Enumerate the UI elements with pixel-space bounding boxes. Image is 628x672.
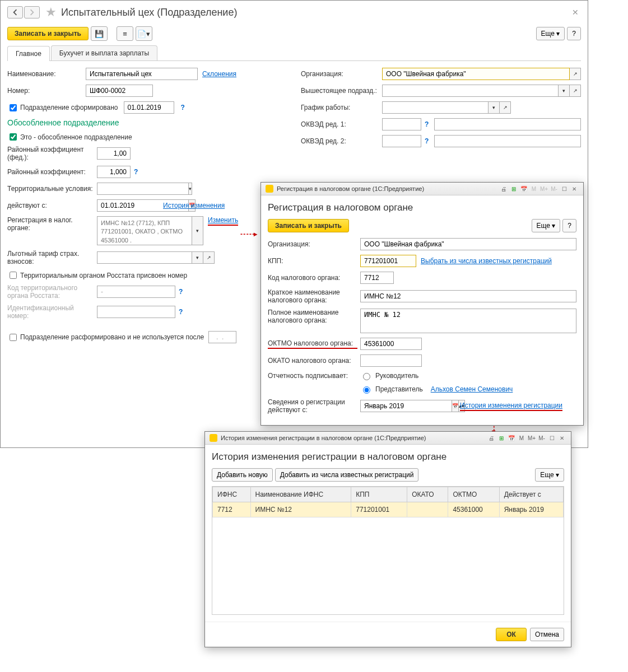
dlg2-mminus-icon[interactable]: M- <box>537 434 546 442</box>
declension-link[interactable]: Склонения <box>202 70 236 78</box>
ident-label: Идентификационный номер: <box>7 304 97 320</box>
sched-input[interactable] <box>382 101 489 114</box>
okved1-name-input[interactable] <box>434 118 581 130</box>
close-icon[interactable]: ✕ <box>570 6 581 19</box>
dlg2-mplus-icon[interactable]: M+ <box>527 434 536 442</box>
change-reg-link[interactable]: Изменить <box>208 216 238 226</box>
formed-date-input[interactable] <box>124 101 174 114</box>
separate-label: Это - обособленное подразделение <box>20 133 132 141</box>
number-input[interactable] <box>86 85 153 97</box>
save-close-button[interactable]: Записать и закрыть <box>7 27 89 40</box>
dlg2-calendar-icon[interactable]: 📅 <box>507 434 516 442</box>
more-button[interactable]: Еще ▾ <box>536 27 565 40</box>
dlg1-org-label: Организация: <box>268 240 360 248</box>
rosstat-code-input[interactable] <box>97 286 175 298</box>
dlg2-titlebar: История изменения регистрации в налогово… <box>205 432 571 445</box>
disband-checkbox[interactable] <box>10 334 17 341</box>
name-input[interactable] <box>86 68 198 80</box>
dlg1-code-input[interactable] <box>360 272 394 284</box>
help-button[interactable]: ? <box>567 27 581 40</box>
dlg1-more-button[interactable]: Еще ▾ <box>532 219 561 232</box>
benefit-input[interactable] <box>97 251 192 264</box>
org-open-icon[interactable]: ↗ <box>570 68 581 80</box>
org-input[interactable] <box>382 68 570 80</box>
tabs: Главное Бухучет и выплата зарплаты <box>7 45 581 61</box>
rosstat-checkbox[interactable] <box>10 272 17 279</box>
parent-input[interactable] <box>382 85 559 97</box>
back-button[interactable] <box>7 6 23 18</box>
dlg1-org-input[interactable] <box>360 238 576 250</box>
dlg1-short-label: Краткое наименование налогового органа: <box>268 288 360 304</box>
dlg2-close-icon[interactable]: ✕ <box>557 434 566 442</box>
dlg1-okato-input[interactable] <box>360 354 422 367</box>
ident-help-icon[interactable]: ? <box>179 308 183 316</box>
dlg2-m-icon[interactable]: M <box>517 434 526 442</box>
dlg2-maximize-icon[interactable]: ☐ <box>547 434 556 442</box>
mminus-icon[interactable]: M- <box>550 185 559 193</box>
dlg1-save-close-button[interactable]: Записать и закрыть <box>268 219 349 232</box>
parent-dropdown-icon[interactable]: ▾ <box>559 85 570 97</box>
separate-checkbox[interactable] <box>10 133 17 141</box>
calc-icon[interactable]: ⊞ <box>509 185 518 193</box>
dlg1-select-known-link[interactable]: Выбрать из числа известных регистраций <box>421 257 552 265</box>
dlg1-maximize-icon[interactable]: ☐ <box>560 185 569 193</box>
rosstat-help-icon[interactable]: ? <box>179 288 183 296</box>
dlg1-head-label: Руководитель <box>375 372 418 380</box>
dlg1-help-button[interactable]: ? <box>562 219 576 232</box>
disband-date-input[interactable] <box>208 331 236 343</box>
calendar-icon[interactable]: 📅 <box>519 185 528 193</box>
okved1-input[interactable] <box>382 118 421 130</box>
dlg1-kpp-input[interactable] <box>360 255 416 267</box>
dlg1-close-icon[interactable]: ✕ <box>570 185 579 193</box>
m-icon[interactable]: M <box>529 185 538 193</box>
okved2-name-input[interactable] <box>434 135 581 147</box>
okved2-input[interactable] <box>382 135 421 147</box>
sched-dropdown-icon[interactable]: ▾ <box>489 101 500 114</box>
formed-help-icon[interactable]: ? <box>181 104 185 111</box>
terr-input[interactable] <box>97 183 189 195</box>
list-icon-button[interactable]: ≡ <box>117 26 133 41</box>
print-icon[interactable]: 🖨 <box>499 185 508 193</box>
okved2-help-icon[interactable]: ? <box>425 137 429 145</box>
formed-checkbox[interactable] <box>10 104 17 111</box>
benefit-dropdown-icon[interactable]: ▾ <box>192 251 203 264</box>
dlg1-oktmo-input[interactable] <box>360 338 422 350</box>
mplus-icon[interactable]: M+ <box>539 185 548 193</box>
dlg1-eff-cal-icon[interactable]: 📅 <box>452 400 459 412</box>
folder-dropdown-button[interactable]: 📄▾ <box>136 26 152 41</box>
dlg2-print-icon[interactable]: 🖨 <box>487 434 496 442</box>
tab-accounting[interactable]: Бухучет и выплата зарплаты <box>51 45 157 60</box>
ident-input[interactable] <box>97 306 175 318</box>
dlg1-full-label: Полное наименование налогового органа: <box>268 309 360 324</box>
dlg1-rep-radio[interactable] <box>363 386 370 394</box>
forward-button[interactable] <box>24 6 40 18</box>
okved1-help-icon[interactable]: ? <box>425 120 429 128</box>
parent-open-icon[interactable]: ↗ <box>570 85 581 97</box>
rk-fed-input[interactable] <box>97 147 131 160</box>
history-link[interactable]: История изменения <box>163 202 225 209</box>
reg-label: Регистрация в налог. органе: <box>7 216 97 232</box>
separate-section-title: Обособленное подразделение <box>7 118 287 127</box>
tab-main[interactable]: Главное <box>7 46 50 61</box>
dlg1-code-label: Код налогового органа: <box>268 274 360 282</box>
terr-dropdown-icon[interactable]: ▾ <box>189 183 192 195</box>
favorite-icon[interactable]: ★ <box>45 5 57 20</box>
dlg1-short-input[interactable] <box>360 290 576 302</box>
reg-dropdown-icon[interactable]: ▾ <box>192 216 203 245</box>
dlg2-calc-icon[interactable]: ⊞ <box>497 434 506 442</box>
dlg1-full-input[interactable] <box>360 309 576 333</box>
save-icon-button[interactable]: 💾 <box>91 26 108 41</box>
sched-open-icon[interactable]: ↗ <box>500 101 511 114</box>
dlg1-hist-link[interactable]: История изменения регистрации <box>460 402 562 411</box>
rk-input[interactable] <box>97 166 131 178</box>
rk-help-icon[interactable]: ? <box>134 168 138 176</box>
dlg1-head-radio[interactable] <box>363 373 370 380</box>
titlebar: ★ Испытательный цех (Подразделение) ✕ <box>1 1 588 24</box>
app-1c-icon <box>266 185 273 193</box>
benefit-open-icon[interactable]: ↗ <box>203 251 215 264</box>
dlg1-eff-input[interactable] <box>360 400 452 412</box>
app-1c-icon-2 <box>210 434 217 442</box>
dlg1-rep-link[interactable]: Альхов Семен Семенович <box>431 385 513 393</box>
rk-fed-label: Районный коэффициент (фед.): <box>7 146 97 161</box>
name-label: Наименование: <box>7 70 86 78</box>
